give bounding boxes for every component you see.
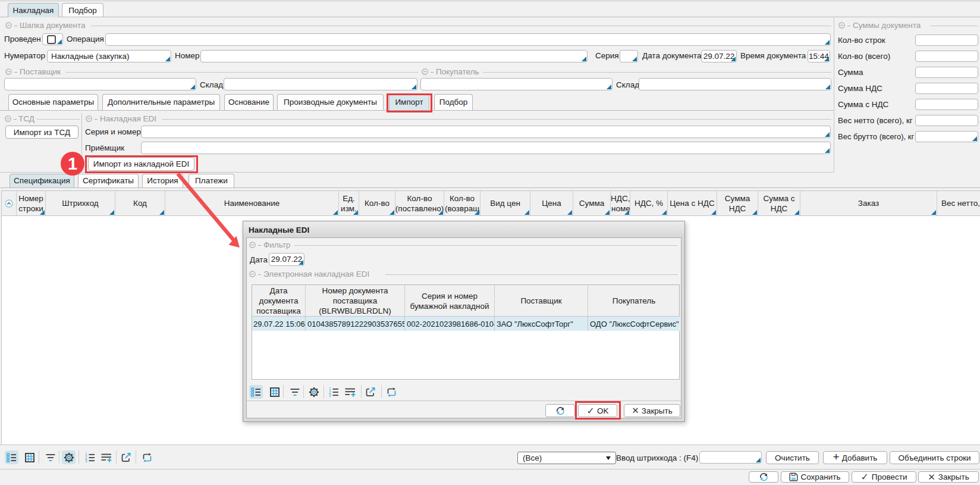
svg-text:1: 1 (68, 154, 77, 173)
svg-text:3: 3 (85, 459, 87, 462)
svg-text:3: 3 (329, 393, 331, 397)
